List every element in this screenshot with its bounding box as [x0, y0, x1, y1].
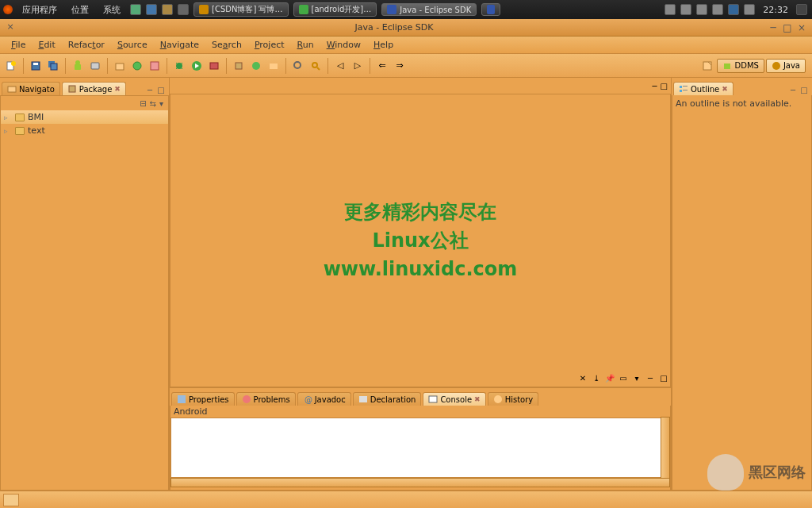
android-sdk-button[interactable] — [70, 58, 86, 74]
new-pkg-button[interactable] — [231, 58, 247, 74]
close-icon[interactable]: ✖ — [722, 85, 728, 93]
perspective-java[interactable]: Java — [766, 59, 806, 73]
tray-icon[interactable] — [712, 4, 723, 15]
tree-item-bmi[interactable]: ▹ BMI — [1, 110, 168, 124]
page-footer-logo: 黑区网络 — [707, 454, 806, 491]
tab-outline[interactable]: Outline ✖ — [673, 82, 733, 95]
minimize-icon[interactable]: ─ — [645, 372, 656, 383]
launcher-icon[interactable] — [146, 4, 157, 15]
scrollbar-vertical[interactable] — [661, 417, 670, 480]
menu-refactor[interactable]: Refactor — [62, 38, 111, 52]
tab-javadoc[interactable]: @Javadoc — [297, 392, 351, 406]
watermark-text: 更多精彩内容尽在 Linux公社 www.linuxidc.com — [324, 198, 518, 283]
debug-button[interactable] — [171, 58, 187, 74]
menu-help[interactable]: Help — [367, 38, 400, 52]
launcher-icon[interactable] — [178, 4, 189, 15]
run-button[interactable] — [189, 58, 205, 74]
menu-project[interactable]: Project — [248, 38, 291, 52]
scrollbar-horizontal[interactable] — [170, 478, 670, 487]
project-tree[interactable]: ▹ BMI ▹ text — [1, 110, 168, 490]
tab-package-explorer[interactable]: Package ✖ — [62, 82, 126, 95]
task-eclipse[interactable]: Java - Eclipse SDK — [381, 3, 477, 16]
places-menu[interactable]: 位置 — [67, 2, 94, 17]
left-panel: Navigato Package ✖ ─ □ ⊟ ⇆ ▾ ▹ — [0, 78, 170, 491]
display-icon[interactable]: ▭ — [618, 372, 629, 383]
collapse-all-icon[interactable]: ⊟ — [140, 99, 146, 108]
menu-source[interactable]: Source — [111, 38, 154, 52]
menu-window[interactable]: Window — [320, 38, 367, 52]
window-close-button[interactable]: × — [3, 21, 17, 34]
maximize-icon[interactable]: □ — [658, 372, 669, 383]
nav-next-button[interactable]: ▷ — [350, 58, 366, 74]
new-class2-button[interactable] — [248, 58, 264, 74]
menu-file[interactable]: File — [5, 38, 32, 52]
task-android[interactable]: [android开发]… — [293, 2, 377, 17]
new-class-button[interactable] — [129, 58, 145, 74]
back-button[interactable]: ⇐ — [374, 58, 390, 74]
close-icon[interactable]: ✖ — [114, 85, 121, 93]
minimize-icon[interactable]: ─ — [145, 86, 155, 95]
perspective-ddms[interactable]: DDMS — [717, 59, 764, 73]
tab-console[interactable]: Console✖ — [423, 392, 485, 406]
menu-run[interactable]: Run — [291, 38, 320, 52]
network-icon[interactable] — [728, 4, 739, 15]
new-xml-button[interactable] — [147, 58, 163, 74]
tab-navigator[interactable]: Navigato — [2, 82, 60, 95]
clock[interactable]: 22:32 — [760, 5, 791, 15]
run-ext-button[interactable] — [206, 58, 222, 74]
open-console-icon[interactable]: ▾ — [631, 372, 642, 383]
save-all-button[interactable] — [45, 58, 61, 74]
menu-navigate[interactable]: Navigate — [154, 38, 205, 52]
expand-icon[interactable]: ▹ — [4, 114, 8, 121]
tree-item-text[interactable]: ▹ text — [1, 124, 168, 137]
minimize-icon[interactable]: ─ — [653, 82, 657, 90]
nav-last-button[interactable]: ◁ — [332, 58, 348, 74]
forward-button[interactable]: ⇒ — [392, 58, 408, 74]
launcher-icon[interactable] — [130, 4, 141, 15]
save-button[interactable] — [28, 58, 44, 74]
maximize-icon[interactable]: □ — [661, 82, 668, 90]
window-maximize-button[interactable]: □ — [782, 22, 793, 33]
window-minimize-button[interactable]: ─ — [768, 22, 779, 33]
maximize-icon[interactable]: □ — [156, 86, 166, 95]
tab-history[interactable]: History — [488, 392, 539, 406]
expand-icon[interactable]: ▹ — [4, 127, 8, 135]
system-menu[interactable]: 系统 — [98, 2, 125, 17]
clear-console-icon[interactable]: ✕ — [577, 372, 588, 383]
link-editor-icon[interactable]: ⇆ — [150, 99, 156, 108]
search-button[interactable] — [308, 58, 324, 74]
apps-menu[interactable]: 应用程序 — [17, 2, 62, 17]
tab-problems[interactable]: Problems — [236, 392, 296, 406]
menu-search[interactable]: Search — [205, 38, 248, 52]
volume-icon[interactable] — [744, 4, 755, 15]
view-menu-icon[interactable]: ▾ — [159, 99, 163, 108]
shutdown-icon[interactable] — [796, 4, 807, 15]
editor-area[interactable]: 更多精彩内容尽在 Linux公社 www.linuxidc.com ↖ — [170, 94, 671, 387]
tab-properties[interactable]: Properties — [171, 392, 235, 406]
scroll-lock-icon[interactable]: ⤓ — [591, 372, 602, 383]
task-csdn[interactable]: [CSDN博客] 写博… — [193, 2, 289, 17]
console-output[interactable] — [170, 418, 670, 478]
new-folder-button[interactable] — [266, 58, 282, 74]
new-button[interactable] — [3, 58, 19, 74]
status-box[interactable] — [3, 494, 19, 506]
editor-tab-row: ─ □ — [170, 78, 671, 94]
new-project-button[interactable] — [112, 58, 128, 74]
avd-button[interactable] — [87, 58, 103, 74]
menu-edit[interactable]: Edit — [32, 38, 61, 52]
launcher-icon[interactable] — [162, 4, 173, 15]
pin-icon[interactable]: 📌 — [604, 372, 615, 383]
outline-empty-msg: An outline is not available. — [672, 95, 811, 112]
open-perspective-button[interactable] — [699, 58, 715, 74]
minimize-icon[interactable]: ─ — [788, 86, 798, 95]
maximize-icon[interactable]: □ — [799, 86, 809, 95]
tab-declaration[interactable]: Declaration — [353, 392, 422, 406]
svg-rect-17 — [270, 64, 278, 69]
close-icon[interactable]: ✖ — [474, 395, 481, 403]
window-close-button-2[interactable]: × — [796, 22, 807, 33]
tray-icon[interactable] — [665, 4, 676, 15]
task-other[interactable] — [481, 3, 500, 16]
open-type-button[interactable] — [290, 58, 306, 74]
tray-icon[interactable] — [696, 4, 707, 15]
tray-icon[interactable] — [680, 4, 691, 15]
